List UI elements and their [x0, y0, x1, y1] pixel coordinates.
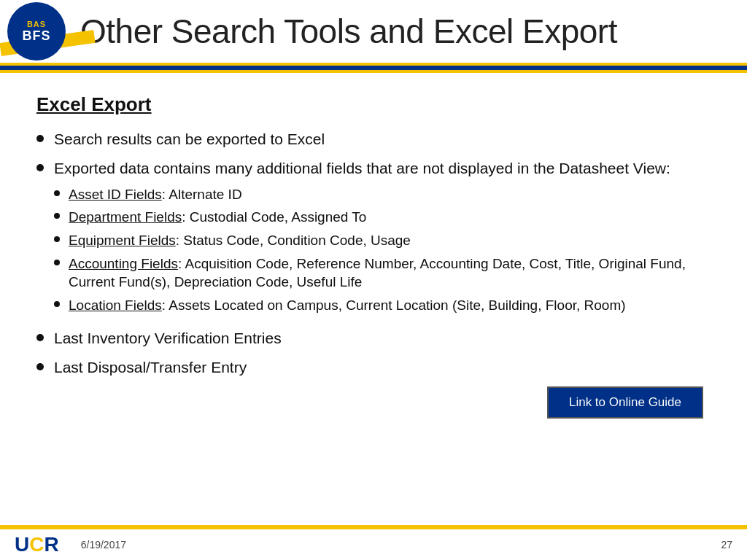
logo-bas-text: BAS	[27, 20, 46, 28]
term-detail: : Assets Located on Campus, Current Loca…	[162, 298, 626, 313]
bullet-text: Exported data contains many additional f…	[54, 160, 670, 176]
bullet-text: Last Disposal/Transfer Entry	[54, 357, 247, 378]
bullet-dot	[36, 334, 44, 341]
footer-page-number: 27	[721, 539, 732, 551]
link-to-online-guide-button[interactable]: Link to Online Guide	[547, 386, 703, 419]
sub-bullet-dot	[54, 301, 60, 307]
sub-bullet-dot	[54, 213, 60, 219]
term-label: Accounting Fields	[69, 256, 178, 271]
list-item: Location Fields: Assets Located on Campu…	[54, 296, 711, 315]
bullet-text: Search results can be exported to Excel	[54, 129, 325, 149]
logo-circle: BAS BFS	[7, 2, 66, 61]
ucr-logo: U C R	[15, 533, 59, 556]
term-label: Location Fields	[69, 298, 162, 313]
ucr-u-letter: U	[15, 533, 29, 556]
list-item: Exported data contains many additional f…	[36, 158, 711, 319]
bullet-dot	[36, 135, 44, 142]
footer: U C R 6/19/2017 27	[0, 525, 747, 560]
ucr-c-letter: C	[29, 533, 44, 556]
sub-item-text: Location Fields: Assets Located on Campu…	[69, 296, 626, 315]
list-item: Equipment Fields: Status Code, Condition…	[54, 231, 711, 250]
main-content: Excel Export Search results can be expor…	[0, 73, 747, 518]
section-title: Excel Export	[36, 93, 711, 116]
bullet-text: Last Inventory Verification Entries	[54, 328, 282, 349]
list-item: Last Disposal/Transfer Entry	[36, 357, 711, 378]
list-item: Search results can be exported to Excel	[36, 129, 711, 149]
logo-bfs-text: BFS	[23, 28, 51, 44]
link-button-container: Link to Online Guide	[36, 386, 711, 419]
term-label: Equipment Fields	[69, 233, 176, 248]
page-title: Other Search Tools and Excel Export	[80, 12, 617, 51]
footer-date: 6/19/2017	[81, 539, 126, 551]
bullet-dot	[36, 363, 44, 370]
sub-bullet-list: Asset ID Fields: Alternate ID Department…	[54, 185, 711, 315]
main-bullet-list: Search results can be exported to Excel …	[36, 129, 711, 378]
bullet-content: Exported data contains many additional f…	[54, 158, 711, 319]
ucr-r-letter: R	[44, 533, 58, 556]
list-item: Asset ID Fields: Alternate ID	[54, 185, 711, 204]
list-item: Department Fields: Custodial Code, Assig…	[54, 208, 711, 227]
sub-bullet-dot	[54, 260, 60, 265]
list-item: Accounting Fields: Acquisition Code, Ref…	[54, 254, 711, 292]
term-label: Asset ID Fields	[69, 187, 162, 202]
term-detail: : Status Code, Condition Code, Usage	[176, 233, 411, 248]
bullet-dot	[36, 164, 44, 171]
list-item: Last Inventory Verification Entries	[36, 328, 711, 349]
term-detail: : Alternate ID	[162, 187, 242, 202]
sub-bullet-dot	[54, 236, 60, 242]
sub-bullet-dot	[54, 190, 60, 196]
sub-item-text: Department Fields: Custodial Code, Assig…	[69, 208, 366, 227]
sub-item-text: Asset ID Fields: Alternate ID	[69, 185, 242, 204]
term-detail: : Custodial Code, Assigned To	[182, 209, 366, 225]
sub-item-text: Accounting Fields: Acquisition Code, Ref…	[69, 254, 711, 292]
sub-item-text: Equipment Fields: Status Code, Condition…	[69, 231, 411, 250]
term-label: Department Fields	[69, 209, 182, 225]
header: BAS BFS Other Search Tools and Excel Exp…	[0, 0, 747, 66]
